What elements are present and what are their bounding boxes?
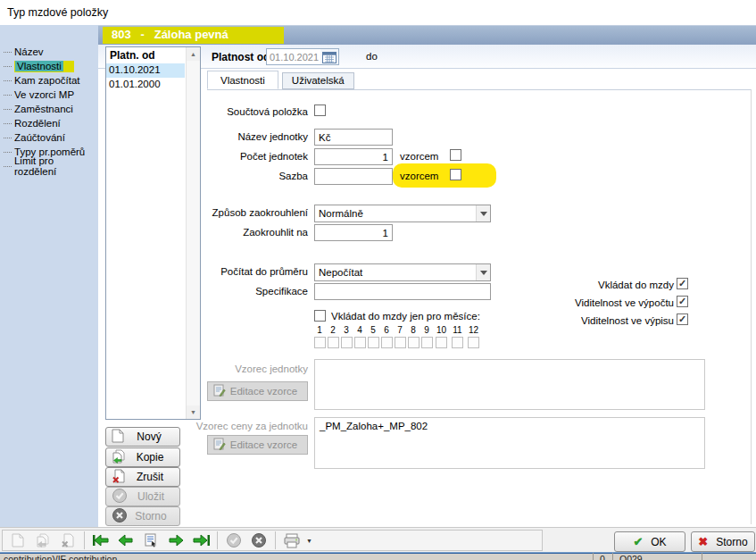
month-number: 8 (411, 325, 416, 335)
month-checkbox[interactable] (436, 337, 447, 348)
toolbar-group: ▼ (2, 530, 543, 551)
rate-formula-checkbox[interactable] (450, 169, 461, 180)
unit-formula-textarea[interactable] (314, 359, 705, 410)
toolbar-separator (275, 531, 276, 549)
chevron-down-icon[interactable] (476, 264, 490, 280)
edit-unit-formula-button[interactable]: Editace vzorce (207, 381, 308, 401)
status-cell-code: O029 (619, 554, 643, 560)
month-checkbox[interactable] (341, 337, 353, 348)
delete-button[interactable]: Zrušit (105, 467, 180, 487)
print-menu-caret-icon[interactable]: ▼ (306, 538, 312, 544)
confirm-circle-icon[interactable] (222, 531, 245, 550)
month-checkbox[interactable] (354, 337, 366, 348)
months-grid: 1 2 3 4 5 6 7 8 9 10 11 12 (313, 325, 481, 348)
save-button-label: Uložit (128, 490, 174, 503)
sidebar-item-nazev[interactable]: Název (2, 45, 98, 59)
sidebar-item-zauctovani[interactable]: Zaúčtování (2, 130, 98, 145)
month-checkbox[interactable] (314, 337, 326, 348)
rate-input[interactable] (314, 168, 393, 185)
cancel-edit-button-label: Storno (128, 510, 174, 522)
list-item[interactable]: 01.01.2000 (106, 78, 185, 92)
edit-price-formula-button[interactable]: Editace vzorce (207, 435, 308, 455)
tab-strip: Vlastnosti Uživatelská (207, 71, 354, 89)
delete-page-icon (112, 469, 126, 486)
month-number: 3 (344, 325, 349, 335)
rounding-method-select[interactable]: Normálně (314, 205, 491, 222)
sum-item-checkbox[interactable] (314, 104, 326, 116)
visible-in-report-checkbox[interactable]: ✓ (677, 313, 688, 325)
cancel-edit-button[interactable]: Storno (105, 506, 180, 526)
list-item[interactable]: 01.10.2021 (106, 63, 185, 78)
month-checkbox[interactable] (468, 337, 479, 348)
copy-button[interactable]: Kopie (105, 447, 180, 467)
print-icon[interactable] (280, 531, 303, 550)
sidebar-item-label: Ve vzorci MP (14, 89, 74, 100)
round-to-input[interactable] (314, 224, 393, 241)
next-record-icon[interactable] (164, 531, 187, 550)
month-checkbox[interactable] (408, 337, 420, 348)
tab-vlastnosti[interactable]: Vlastnosti (207, 71, 278, 89)
edit-formula-button-label: Editace vzorce (226, 439, 302, 450)
copy-button-label: Kopie (126, 451, 174, 464)
rate-label: Sazba (120, 171, 308, 181)
sidebar-item-limit-rozdeleni[interactable]: Limit pro rozdělení (2, 159, 98, 173)
sidebar-item-kam-zapocitat[interactable]: Kam započítat (2, 73, 98, 88)
validity-from-field[interactable]: 01.10.2021 (266, 48, 339, 65)
ok-button[interactable]: ✔ OK (614, 531, 685, 552)
page-title: Typ mzdové položky (7, 6, 108, 19)
tree-dots (4, 166, 12, 167)
edit-formula-icon (213, 438, 226, 452)
storno-button[interactable]: ✖ Storno (691, 531, 755, 552)
validity-from-label: Platnost od (212, 51, 270, 63)
sidebar-item-label: Zaúčtování (14, 132, 65, 143)
unit-name-input[interactable] (314, 129, 393, 146)
month-checkbox[interactable] (452, 337, 463, 348)
previous-record-icon[interactable] (114, 531, 137, 550)
copy-icon[interactable] (31, 531, 54, 550)
delete-page-icon[interactable] (56, 531, 79, 550)
specification-input[interactable] (314, 283, 491, 300)
validity-to-label: do (366, 51, 378, 62)
new-button-label: Nový (124, 430, 174, 443)
sidebar-item-ve-vzorci-mp[interactable]: Ve vzorci MP (2, 88, 98, 102)
unit-count-input[interactable] (314, 148, 393, 165)
month-checkbox[interactable] (328, 337, 339, 348)
scroll-down-icon[interactable]: ▼ (187, 405, 200, 419)
tree-dots (4, 95, 12, 96)
visible-in-calc-checkbox[interactable]: ✓ (677, 296, 688, 307)
highlight-marker: Vlastnosti (14, 61, 74, 72)
month-checkbox[interactable] (421, 337, 433, 348)
save-button[interactable]: Uložit (105, 487, 180, 506)
scroll-up-icon[interactable]: ▲ (187, 47, 200, 61)
first-record-icon[interactable] (89, 531, 112, 550)
insert-to-wage-checkbox[interactable]: ✓ (677, 278, 688, 289)
sidebar-item-rozdeleni[interactable]: Rozdělení (2, 116, 98, 130)
rounding-method-value: Normálně (315, 208, 476, 219)
record-title: 803 - Záloha pevná (103, 27, 284, 44)
rate-formula-label: vzorcem (400, 171, 438, 181)
calendar-icon[interactable] (320, 49, 338, 64)
month-checkbox[interactable] (381, 337, 393, 348)
new-page-icon[interactable] (6, 531, 29, 550)
abort-circle-icon[interactable] (247, 531, 270, 550)
tree-dots (4, 66, 12, 67)
months-only-checkbox[interactable] (314, 310, 326, 322)
cancel-circle-icon (112, 507, 128, 526)
record-list-icon[interactable] (139, 531, 162, 550)
sidebar-item-vlastnosti[interactable]: Vlastnosti (2, 59, 98, 73)
chevron-down-icon[interactable] (476, 205, 490, 221)
price-formula-textarea[interactable]: _PM_Zaloha+_MP_802 (314, 417, 705, 469)
average-select[interactable]: Nepočítat (314, 263, 491, 281)
sum-item-label: Součtová položka (120, 106, 308, 117)
last-record-icon[interactable] (189, 531, 212, 550)
sidebar-item-label: Název (14, 46, 44, 57)
unit-count-formula-checkbox[interactable] (450, 149, 461, 161)
month-checkbox[interactable] (395, 337, 406, 348)
copy-icon (112, 449, 126, 466)
status-bar: contribution)/IF contribution 0 O029 (0, 552, 756, 560)
tab-uzivatelska[interactable]: Uživatelská (282, 72, 354, 89)
sidebar-item-zamestnanci[interactable]: Zaměstnanci (2, 102, 98, 116)
average-label: Počítat do průměru (120, 266, 308, 277)
new-button[interactable]: Nový (105, 427, 180, 447)
month-checkbox[interactable] (368, 337, 379, 348)
